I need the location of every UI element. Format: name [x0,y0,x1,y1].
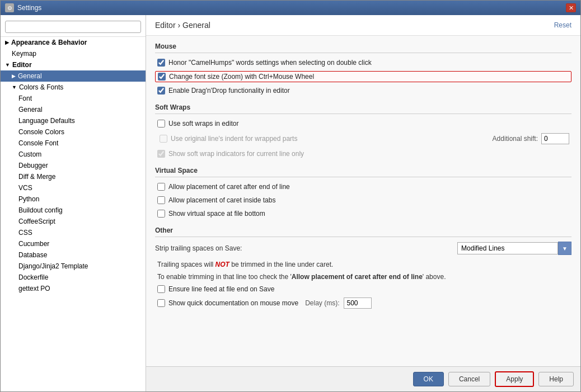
sidebar-item-label: Font [18,95,32,102]
sidebar-item-css[interactable]: CSS [1,227,146,238]
strip-select-arrow[interactable]: ▼ [558,242,571,255]
sidebar-item-label: Appearance & Behavior [11,39,87,46]
sidebar-item-database[interactable]: Database [1,249,146,261]
show-quick-doc-checkbox[interactable] [157,299,165,307]
sidebar-item-general[interactable]: ▶ General [1,70,146,82]
change-font-size-row: Change font size (Zoom) with Ctrl+Mouse … [155,71,571,82]
strip-trailing-row: Strip trailing spaces on Save: None Modi… [155,242,571,255]
expand-icon: ▶ [5,40,9,45]
use-soft-wraps-label: Use soft wraps in editor [168,120,238,127]
sidebar-item-label: Diff & Merge [18,173,55,181]
sidebar-item-appearance[interactable]: ▶ Appearance & Behavior [1,37,146,48]
sidebar-item-font[interactable]: Font [1,93,146,104]
sidebar-item-python[interactable]: Python [1,193,146,205]
sidebar-item-custom[interactable]: Custom [1,149,146,160]
strip-trailing-label: Strip trailing spaces on Save: [155,244,242,252]
sidebar-item-dockerfile[interactable]: Dockerfile [1,272,146,283]
enable-dragndrop-checkbox[interactable] [157,87,165,95]
bottom-bar: OK Cancel Apply Help [146,366,580,391]
sidebar-item-label: gettext PO [18,285,50,292]
sidebar-item-cucumber[interactable]: Cucumber [1,238,146,249]
sidebar-item-debugger[interactable]: Debugger [1,160,146,171]
info-pre: Trailing spaces will [157,261,215,268]
delay-input[interactable] [344,297,372,309]
allow-caret-after-line-row: Allow placement of caret after end of li… [155,182,571,192]
info2-bold: Allow placement of caret after end of li… [292,273,423,281]
use-soft-wraps-checkbox[interactable] [157,120,165,127]
sidebar-item-label: Keymap [12,50,36,58]
sidebar: ▶ Appearance & Behavior Keymap ▼ Editor … [1,15,146,391]
sidebar-item-coffeescript[interactable]: CoffeeScript [1,216,146,227]
soft-wraps-title: Soft Wraps [155,103,571,114]
sidebar-item-gettext-po[interactable]: gettext PO [1,283,146,294]
use-original-indent-checkbox[interactable] [160,135,167,143]
change-font-size-label: Change font size (Zoom) with Ctrl+Mouse … [169,73,314,81]
sidebar-item-editor[interactable]: ▼ Editor [1,59,146,70]
enable-dragndrop-row: Enable Drag'n'Drop functionality in edit… [155,86,571,96]
sidebar-item-label: Editor [12,61,32,69]
expand-icon: ▼ [5,62,10,68]
cancel-button[interactable]: Cancel [448,372,490,386]
trailing-spaces-info: Trailing spaces will NOT be trimmed in t… [157,259,571,270]
show-virtual-space-checkbox[interactable] [157,210,165,218]
ensure-line-feed-checkbox[interactable] [157,285,165,293]
allow-caret-inside-tabs-row: Allow placement of caret inside tabs [155,195,571,205]
reset-link[interactable]: Reset [554,21,571,29]
additional-shift-input[interactable] [541,133,569,144]
ok-button[interactable]: OK [413,372,444,386]
other-title: Other [155,226,571,237]
show-soft-wrap-checkbox[interactable] [157,150,165,158]
show-virtual-space-label: Show virtual space at file bottom [168,210,265,218]
strip-trailing-select[interactable]: None Modified Lines All [457,242,558,254]
delay-label: Delay (ms): [305,299,339,307]
sidebar-item-label: Python [18,195,39,203]
sidebar-item-colors-fonts[interactable]: ▼ Colors & Fonts [1,82,146,93]
apply-button[interactable]: Apply [495,371,534,387]
app-icon: ⚙ [5,3,14,12]
change-font-size-checkbox[interactable] [158,73,166,81]
sidebar-item-label: Debugger [18,162,48,169]
show-quick-doc-row: Show quick documentation on mouse move D… [155,297,571,309]
sidebar-item-django-jinja2[interactable]: Django/Jinja2 Template [1,261,146,272]
soft-wraps-section: Soft Wraps Use soft wraps in editor Use … [155,103,571,159]
use-original-indent-row: Use original line's indent for wrapped p… [157,134,299,144]
show-soft-wrap-row: Show soft wrap indicators for current li… [155,149,571,159]
strip-select-container: None Modified Lines All ▼ [457,242,571,255]
sidebar-item-label: Console Font [18,139,58,147]
close-button[interactable]: ✕ [566,3,576,12]
allow-caret-after-line-checkbox[interactable] [157,183,165,191]
allow-caret-inside-tabs-checkbox[interactable] [157,196,165,204]
honor-camelhumps-row: Honor "CamelHumps" words settings when s… [155,58,571,68]
sidebar-item-vcs[interactable]: VCS [1,182,146,193]
title-bar-text: Settings [17,4,563,12]
honor-camelhumps-label: Honor "CamelHumps" words settings when s… [168,59,372,67]
help-button[interactable]: Help [538,372,574,386]
sidebar-item-label: Custom [18,150,41,158]
search-input[interactable] [5,21,141,33]
sidebar-item-label: Cucumber [18,240,49,248]
sidebar-item-language-defaults[interactable]: Language Defaults [1,115,146,126]
use-original-indent-label: Use original line's indent for wrapped p… [171,135,297,143]
sidebar-item-label: Console Colors [18,128,64,136]
sidebar-item-label: Colors & Fonts [19,83,63,91]
sidebar-item-label: General [18,106,43,114]
sidebar-item-label: CSS [18,229,32,237]
sidebar-item-buildout-config[interactable]: Buildout config [1,205,146,216]
sidebar-item-label: Django/Jinja2 Template [18,262,88,270]
show-quick-doc-checkbox-row: Show quick documentation on mouse move [155,298,301,308]
sidebar-item-console-colors[interactable]: Console Colors [1,126,146,138]
mouse-section: Mouse Honor "CamelHumps" words settings … [155,42,571,96]
honor-camelhumps-checkbox[interactable] [157,59,165,67]
additional-shift-label: Additional shift: [493,135,538,143]
content-area: ▶ Appearance & Behavior Keymap ▼ Editor … [1,15,580,391]
sidebar-item-diff-merge[interactable]: Diff & Merge [1,171,146,182]
main-panel: Editor › General Reset Mouse Honor "Came… [146,15,580,391]
other-section: Other Strip trailing spaces on Save: Non… [155,226,571,309]
sidebar-item-console-font[interactable]: Console Font [1,138,146,149]
info2-pre: To enable trimming in that line too chec… [157,273,292,281]
sidebar-item-keymap[interactable]: Keymap [1,48,146,59]
sidebar-item-label: VCS [18,184,32,192]
virtual-space-section: Virtual Space Allow placement of caret a… [155,167,571,219]
allow-caret-after-line-label: Allow placement of caret after end of li… [168,183,290,191]
sidebar-item-general2[interactable]: General [1,104,146,115]
